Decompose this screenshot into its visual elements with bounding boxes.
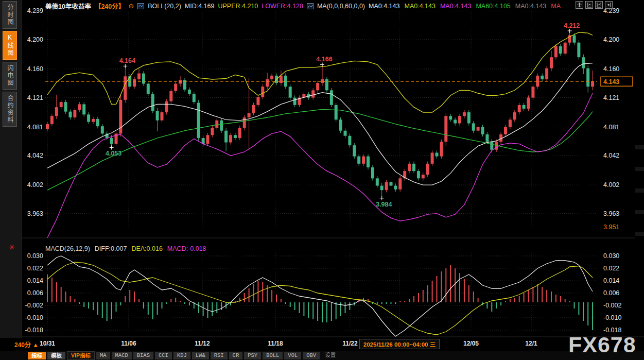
period-selector[interactable]: 240分 ▲ [14, 340, 39, 349]
chart-header: 美债10年收益率 【240分】 ⊖ BOLL(20,2) MID:4.169 U… [45, 2, 561, 10]
sidebar-tab-0[interactable]: 分时图 [3, 1, 17, 29]
time-tick: 11/22 [342, 340, 357, 347]
svg-text:4.002: 4.002 [603, 181, 619, 188]
toolbar-button-1[interactable]: 模板 [47, 352, 65, 359]
svg-text:0.030: 0.030 [27, 252, 43, 260]
ma-indicator-icon[interactable] [307, 3, 314, 9]
svg-text:-0.002: -0.002 [25, 302, 43, 309]
svg-text:3.963: 3.963 [603, 210, 619, 217]
crosshair-move-icon[interactable] [576, 1, 583, 9]
boll-upper-value: UPPER:4.210 [218, 3, 258, 10]
svg-text:4.160: 4.160 [603, 65, 619, 73]
svg-text:4.200: 4.200 [603, 36, 619, 43]
svg-text:0.022: 0.022 [27, 265, 43, 272]
svg-text:-0.010: -0.010 [603, 314, 621, 321]
ma-name: MA(0,0,0,60,0,0) [317, 3, 365, 10]
svg-text:4.053: 4.053 [106, 150, 121, 157]
svg-text:0.006: 0.006 [27, 289, 43, 297]
ma-values: MA0:4.143MA0:4.143MA0:4.143MA60:4.105MA0… [369, 3, 561, 10]
toolbar-button-2[interactable]: VIP指标 [67, 351, 95, 360]
period-badge: 【240分】 [95, 1, 125, 11]
toolbar-button-8[interactable]: LW& [192, 352, 209, 359]
toolbar-button-7[interactable]: KDJ [173, 352, 190, 359]
ma-value-4: MA0:4.143 [515, 3, 546, 10]
axis-min-label: 3.951 [603, 224, 619, 231]
svg-text:4.160: 4.160 [27, 65, 43, 73]
toolbar-button-9[interactable]: RSI [211, 352, 228, 359]
toolbar-button-15[interactable]: 设置 [321, 352, 339, 359]
time-tick-highlight: 2025/11/26 00:00~04:00 三 [359, 339, 440, 349]
toolbar-button-0[interactable]: 指标 [28, 352, 46, 359]
sidebar-tab-2[interactable]: 闪电图 [3, 62, 17, 90]
price-chart-canvas[interactable]: 4.1644.0534.1663.9844.2124.2394.2394.200… [0, 0, 644, 337]
left-sidebar: 分时图K线图闪电图合约资料 [0, 0, 22, 338]
svg-text:4.239: 4.239 [27, 7, 43, 14]
pane-zoom-in-icon[interactable] [595, 1, 603, 9]
time-tick: 11/12 [195, 340, 210, 347]
svg-text:4.164: 4.164 [119, 57, 135, 64]
svg-text:4.212: 4.212 [564, 22, 580, 29]
svg-text:0.014: 0.014 [27, 277, 43, 284]
time-tick: 12/05 [463, 340, 479, 347]
svg-text:0.014: 0.014 [603, 277, 619, 284]
macd-header: MACD(26,12,9) DIFF:0.007 DEA:0.016 MACD:… [45, 245, 206, 252]
boll-mid-value: MID:4.169 [185, 3, 215, 10]
ma-value-5: MA [551, 3, 561, 10]
alarm-icon[interactable]: ✳ [9, 243, 15, 251]
macd-diff-value: DIFF:0.007 [95, 245, 127, 252]
svg-text:4.042: 4.042 [27, 152, 43, 159]
boll-name: BOLL(20,2) [148, 3, 181, 10]
time-axis-row: 240分 ▲ 10/3111/0611/1211/1811/222025/11/… [0, 338, 644, 351]
svg-text:-0.002: -0.002 [603, 302, 621, 309]
toolbar-button-10[interactable]: CR [229, 352, 243, 359]
svg-text:4.121: 4.121 [27, 94, 43, 101]
corner-tools [576, 1, 613, 9]
svg-text:4.200: 4.200 [27, 36, 43, 43]
svg-text:4.081: 4.081 [603, 124, 619, 131]
boll-indicator-icon[interactable] [137, 3, 144, 9]
trading-terminal: 4.1644.0534.1663.9844.2124.2394.2394.200… [0, 0, 644, 360]
toolbar-button-6[interactable]: CCI [155, 352, 172, 359]
boll-lower-value: LOWER:4.128 [262, 3, 303, 10]
svg-text:3.984: 3.984 [376, 201, 392, 208]
time-tick: 12/1 [525, 340, 537, 347]
instrument-title: 美债10年收益率 [45, 1, 91, 11]
svg-text:4.002: 4.002 [27, 181, 43, 188]
right-edge-strip [635, 128, 644, 238]
time-tick: 11/18 [268, 340, 283, 347]
indicator-toolbar: 指标模板VIP指标MAMACDBIASCCIKDJLW&RSICRPSYBOLL… [0, 351, 644, 360]
ma-value-2: MA0:4.143 [440, 3, 471, 10]
collapse-panel-icon[interactable] [605, 1, 613, 9]
collapse-icon[interactable]: ⊖ [128, 2, 134, 10]
svg-text:0.022: 0.022 [603, 265, 619, 272]
toolbar-button-14[interactable]: OBV [303, 352, 320, 359]
macd-macd-value: MACD:-0.018 [167, 245, 206, 252]
toolbar-button-12[interactable]: BOLL [263, 352, 283, 359]
svg-text:4.166: 4.166 [316, 56, 332, 63]
time-tick: 11/06 [121, 340, 136, 347]
sidebar-tab-1[interactable]: K线图 [3, 31, 17, 60]
toolbar-button-13[interactable]: VOL [284, 352, 301, 359]
ma-value-3: MA60:4.105 [476, 3, 510, 10]
pane-zoom-out-icon[interactable] [585, 1, 593, 9]
macd-name: MACD(26,12,9) [45, 245, 90, 252]
chart-mode-tabs: 分时图K线图闪电图合约资料 [3, 1, 17, 127]
toolbar-button-3[interactable]: MA [96, 352, 110, 359]
ma-value-1: MA0:4.143 [404, 3, 435, 10]
toolbar-button-5[interactable]: BIAS [133, 352, 153, 359]
svg-text:-0.018: -0.018 [25, 327, 43, 334]
svg-text:4.121: 4.121 [603, 94, 619, 101]
macd-dea-value: DEA:0.016 [131, 245, 162, 252]
ma-value-0: MA0:4.143 [369, 3, 399, 10]
svg-text:4.042: 4.042 [603, 152, 619, 159]
toolbar-button-4[interactable]: MACD [112, 352, 132, 359]
svg-text:0.006: 0.006 [603, 289, 619, 297]
watermark-logo: FX678 [568, 334, 636, 356]
sidebar-tab-3[interactable]: 合约资料 [3, 92, 17, 127]
svg-text:3.963: 3.963 [27, 210, 43, 217]
toolbar-button-11[interactable]: PSY [244, 352, 261, 359]
last-price-badge: 4.143 [603, 78, 619, 85]
svg-text:0.030: 0.030 [603, 252, 619, 260]
time-tick: 10/31 [40, 340, 55, 347]
svg-text:4.081: 4.081 [27, 124, 43, 131]
